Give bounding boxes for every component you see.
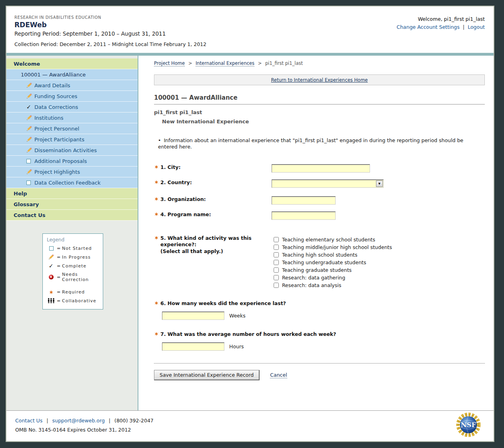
change-account-settings-link[interactable]: Change Account Settings <box>396 24 460 30</box>
weeks-question: 6. How many weeks did the experience las… <box>154 300 485 306</box>
activity-checkbox[interactable] <box>274 252 279 257</box>
cancel-link[interactable]: Cancel <box>270 372 287 378</box>
hours-input[interactable] <box>162 342 224 351</box>
activity-option-label: Research: data gathering <box>282 275 345 281</box>
footer-email-link[interactable]: support@rdeweb.org <box>52 418 104 424</box>
sidebar-item-project-personnel[interactable]: Project Personnel <box>6 123 138 134</box>
activity-option-research-data-analysis[interactable]: Research: data analysis <box>272 281 392 289</box>
sidebar-item-label: Glossary <box>14 201 39 207</box>
save-button[interactable]: Save International Experience Record <box>154 370 260 380</box>
legend-equals: = <box>56 246 62 251</box>
breadcrumb-project-home[interactable]: Project Home <box>154 60 185 66</box>
pencil-icon <box>26 169 34 175</box>
country-select[interactable]: ▼ <box>272 179 384 188</box>
experience-form: 1. City: 2. Country: ▼ <box>154 164 485 380</box>
logout-link[interactable]: Logout <box>468 24 485 30</box>
sidebar-item-welcome[interactable]: Welcome <box>6 58 138 69</box>
weeks-input[interactable] <box>162 311 224 320</box>
complete-icon: ✓ <box>47 263 56 269</box>
return-home-link[interactable]: Return to International Experiences Home <box>271 77 368 83</box>
breadcrumb-international-experiences[interactable]: International Experiences <box>196 60 254 66</box>
sidebar-item-100001-awardalliance[interactable]: 100001 — AwardAlliance <box>6 69 138 80</box>
organization-input[interactable] <box>272 196 336 205</box>
dropdown-arrow-icon[interactable]: ▼ <box>376 181 383 187</box>
hours-unit: Hours <box>229 344 244 350</box>
pencil-icon <box>26 93 34 99</box>
legend-label: Needs Correction <box>62 272 99 282</box>
organization-row: 3. Organization: <box>154 196 485 205</box>
activity-note: (Select all that apply.) <box>160 248 223 254</box>
required-icon <box>154 180 160 185</box>
sidebar-item-award-details[interactable]: Award Details <box>6 80 138 91</box>
activity-checkbox-group: Teaching elementary school studentsTeach… <box>272 235 392 289</box>
activity-label: 5. What kind of activity was this experi… <box>160 235 252 248</box>
legend-row-required: =Required <box>47 289 99 295</box>
activity-option-label: Research: data analysis <box>282 282 341 288</box>
pencil-icon <box>26 82 34 88</box>
pencil-icon <box>26 147 34 153</box>
activity-checkbox[interactable] <box>274 275 279 280</box>
sidebar-item-help[interactable]: Help <box>6 188 138 199</box>
sidebar-item-institutions[interactable]: Institutions <box>6 113 138 123</box>
activity-checkbox[interactable] <box>274 283 279 288</box>
program-name-label: 4. Program name: <box>160 211 211 218</box>
activity-option-teaching-elementary-school-students[interactable]: Teaching elementary school students <box>272 236 392 243</box>
activity-option-teaching-high-school-students[interactable]: Teaching high school students <box>272 251 392 259</box>
sidebar-item-data-collection-feedback[interactable]: Data Collection Feedback <box>6 177 138 188</box>
required-icon <box>47 290 56 295</box>
activity-option-teaching-undergraduate-students[interactable]: Teaching undergraduate students <box>272 259 392 266</box>
required-icon <box>154 301 160 306</box>
sidebar-item-funding-sources[interactable]: Funding Sources <box>6 91 138 102</box>
sidebar-item-glossary[interactable]: Glossary <box>6 199 138 210</box>
required-icon <box>154 165 160 169</box>
activity-option-research-data-gathering[interactable]: Research: data gathering <box>272 274 392 281</box>
sidebar-item-label: Project Highlights <box>34 169 80 175</box>
link-separator: | <box>463 24 464 30</box>
reporting-period: Reporting Period: September 1, 2010 – Au… <box>14 30 206 37</box>
sidebar-item-label: Data Collection Feedback <box>34 180 101 186</box>
activity-checkbox[interactable] <box>274 260 279 265</box>
activity-option-teaching-graduate-students[interactable]: Teaching graduate students <box>272 266 392 274</box>
activity-checkbox[interactable] <box>274 245 279 250</box>
app-background: { "header": { "eyebrow": "RESEARCH IN DI… <box>0 0 504 448</box>
info-bullet: •Information about an international expe… <box>158 137 478 151</box>
program-eyebrow: RESEARCH IN DISABILITIES EDUCATION <box>14 15 206 20</box>
sidebar-item-contact-us[interactable]: Contact Us <box>6 210 138 221</box>
breadcrumb: Project Home > International Experiences… <box>154 60 485 66</box>
sidebar-item-label: Dissemination Activities <box>34 147 97 153</box>
program-name-input[interactable] <box>272 211 336 220</box>
organization-label: 3. Organization: <box>160 196 206 203</box>
sidebar-item-project-participants[interactable]: Project Participants <box>6 134 138 145</box>
footer-phone: (800) 392-2047 <box>114 418 154 424</box>
sidebar-item-label: Contact Us <box>14 212 45 218</box>
footer-separator: | <box>109 418 110 424</box>
weeks-unit: Weeks <box>229 313 246 319</box>
activity-checkbox[interactable] <box>274 267 279 273</box>
complete-icon: ✓ <box>26 104 34 110</box>
legend-equals: = <box>56 289 62 295</box>
activity-option-teaching-middle-junior-high-school-students[interactable]: Teaching middle/junior high school stude… <box>272 243 392 251</box>
city-input[interactable] <box>272 164 370 173</box>
activity-option-label: Teaching high school students <box>282 252 358 258</box>
legend-row-complete: ✓=Complete <box>47 263 99 269</box>
sidebar-item-label: Project Participants <box>34 137 84 143</box>
activity-option-label: Teaching graduate students <box>282 267 352 273</box>
activity-checkbox[interactable] <box>274 237 279 242</box>
weeks-input-row: Weeks <box>162 311 485 320</box>
sidebar-item-dissemination-activities[interactable]: Dissemination Activities <box>6 145 138 156</box>
sidebar-item-data-corrections[interactable]: ✓Data Corrections <box>6 102 138 113</box>
footer-contact-link[interactable]: Contact Us <box>15 418 42 424</box>
legend-row-in-progress: =In Progress <box>47 254 99 260</box>
country-row: 2. Country: ▼ <box>154 179 485 188</box>
not-started-icon <box>26 181 34 185</box>
account-block: Welcome, pi1_first pi1_last Change Accou… <box>396 16 485 30</box>
page-title: New International Experience <box>162 119 485 125</box>
legend-row-needs-correction: x=Needs Correction <box>47 272 99 282</box>
pencil-icon <box>26 126 34 131</box>
legend-box: Legend =Not Started=In Progress✓=Complet… <box>42 233 103 309</box>
person-heading: pi1_first pi1_last <box>154 109 485 115</box>
sidebar-item-label: Data Corrections <box>34 104 78 110</box>
sidebar-item-project-highlights[interactable]: Project Highlights <box>6 167 138 177</box>
sidebar-item-additional-proposals[interactable]: Additional Proposals <box>6 156 138 167</box>
page-window: RESEARCH IN DISABILITIES EDUCATION RDEWe… <box>6 6 494 442</box>
